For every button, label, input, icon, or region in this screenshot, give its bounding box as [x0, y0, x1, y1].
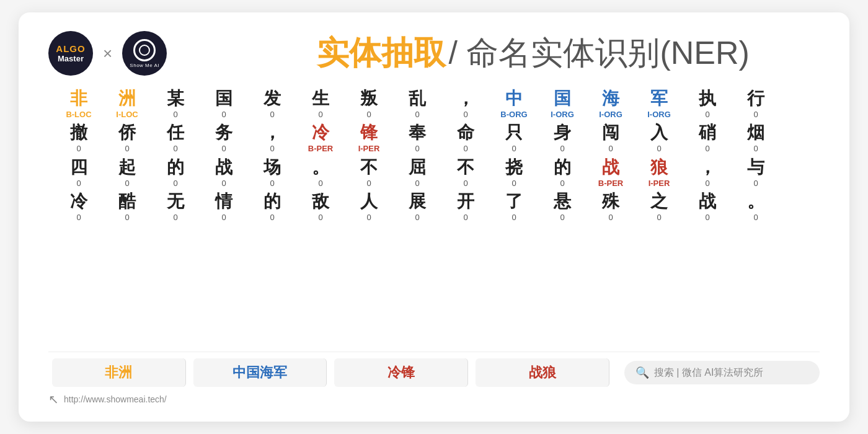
ner-cell-2-4: 场0: [248, 156, 296, 190]
ner-cell-1-8: 命0: [441, 121, 490, 155]
ner-cell-0-11: 海I-ORG: [587, 87, 635, 121]
ner-cell-0-1: 洲I-LOC: [103, 87, 151, 121]
ner-label: 0: [753, 179, 758, 189]
title-divider: /: [449, 35, 467, 71]
ner-cell-3-8: 开0: [441, 190, 490, 224]
ner-label: 0: [173, 144, 177, 154]
ner-cell-3-7: 展0: [393, 190, 441, 224]
ner-char: 生: [312, 88, 329, 109]
ner-label: 0: [463, 144, 467, 154]
ner-cell-1-11: 闯0: [587, 121, 635, 155]
showme-logo: Show Me AI: [122, 31, 167, 76]
title-gray: 命名实体识别(NER): [466, 35, 749, 71]
algo-bottom-text: Master: [58, 54, 84, 63]
ner-label: 0: [125, 144, 129, 154]
ner-cell-1-0: 撤0: [55, 121, 103, 155]
ner-label: 0: [463, 213, 467, 223]
ner-label: 0: [76, 144, 81, 154]
search-box[interactable]: 🔍 搜索 | 微信 AI算法研究所: [624, 361, 820, 384]
ner-label: I-ORG: [599, 110, 622, 120]
ner-char: 敌: [312, 191, 329, 212]
ner-label: 0: [270, 213, 274, 223]
ner-char: 国: [554, 88, 571, 109]
ner-label: 0: [125, 213, 129, 223]
ner-cell-3-11: 殊0: [587, 190, 635, 224]
ner-row-0: 非B-LOC洲I-LOC某0国0发0生0叛0乱0，0中B-ORG国I-ORG海I…: [55, 87, 813, 121]
ner-cell-1-9: 只0: [490, 121, 538, 155]
ner-cell-1-7: 奉0: [393, 121, 441, 155]
ner-label: 0: [657, 144, 661, 154]
ner-char: 展: [409, 191, 426, 212]
ner-char: 侨: [118, 122, 136, 143]
ner-char: 起: [118, 157, 136, 178]
ner-cell-3-13: 战0: [683, 190, 732, 224]
ner-char: 只: [505, 122, 523, 143]
ner-label: B-PER: [308, 144, 333, 154]
ner-char: ，: [699, 157, 716, 178]
ner-cell-3-1: 酷0: [103, 190, 151, 224]
ner-char: 之: [650, 191, 668, 212]
ner-cell-0-7: 乱0: [393, 87, 441, 121]
ner-char: 某: [167, 88, 184, 109]
ner-char: 叛: [360, 88, 378, 109]
ner-label: 0: [705, 179, 709, 189]
ner-cell-1-13: 硝0: [683, 121, 732, 155]
ner-char: 屈: [409, 157, 426, 178]
ner-char: 冷: [70, 191, 87, 212]
ner-char: 酷: [118, 191, 136, 212]
footer: ↖ http://www.showmeai.tech/: [48, 392, 820, 407]
showme-text: Show Me AI: [130, 63, 159, 68]
ner-label: 0: [512, 179, 516, 189]
ner-label: 0: [753, 144, 758, 154]
ner-label: 0: [705, 110, 709, 120]
main-card: ALGO Master × Show Me AI 实体抽取 / 命名实体识别(N…: [19, 12, 849, 422]
ner-label: 0: [657, 213, 661, 223]
ner-char: 挠: [505, 157, 523, 178]
ner-cell-0-6: 叛0: [345, 87, 393, 121]
entity-tag-2: 冷锋: [334, 358, 468, 387]
ner-char: 的: [264, 191, 281, 212]
ner-cell-2-3: 战0: [200, 156, 248, 190]
ner-char: 锋: [360, 122, 378, 143]
ner-label: B-LOC: [66, 110, 91, 120]
ner-cell-1-3: 务0: [200, 121, 248, 155]
ner-cell-3-12: 之0: [635, 190, 683, 224]
ner-char: 行: [747, 88, 764, 109]
ner-cell-2-0: 四0: [55, 156, 103, 190]
ner-label: 0: [415, 213, 419, 223]
ner-cell-1-1: 侨0: [103, 121, 151, 155]
algo-master-logo: ALGO Master: [48, 31, 93, 76]
ner-char: 命: [457, 122, 474, 143]
ner-cell-0-8: ，0: [441, 87, 490, 121]
ner-label: I-LOC: [116, 110, 138, 120]
ner-label: 0: [415, 110, 419, 120]
title-orange: 实体抽取: [317, 35, 446, 71]
ner-char: 殊: [602, 191, 619, 212]
ner-char: 的: [167, 157, 184, 178]
ner-cell-1-2: 任0: [151, 121, 200, 155]
ner-char: 闯: [602, 122, 619, 143]
ner-char: 开: [457, 191, 474, 212]
ner-label: 0: [512, 144, 516, 154]
ner-char: 人: [360, 191, 378, 212]
x-divider: ×: [103, 44, 112, 63]
ner-char: 任: [167, 122, 184, 143]
ner-label: 0: [753, 213, 758, 223]
showme-icon: [133, 39, 156, 61]
ner-char: 不: [360, 157, 378, 178]
ner-cell-2-9: 挠0: [490, 156, 538, 190]
ner-char: 国: [215, 88, 232, 109]
ner-cell-2-2: 的0: [151, 156, 200, 190]
ner-cell-0-14: 行0: [732, 87, 780, 121]
ner-label: 0: [221, 213, 226, 223]
ner-char: 无: [167, 191, 184, 212]
ner-char: 。: [747, 191, 764, 212]
search-icon: 🔍: [636, 366, 649, 379]
ner-char: 发: [264, 88, 281, 109]
ner-cell-2-6: 不0: [345, 156, 393, 190]
ner-label: 0: [560, 144, 564, 154]
ner-label: I-PER: [649, 179, 670, 189]
ner-char: 海: [602, 88, 619, 109]
ner-cell-3-14: 。0: [732, 190, 780, 224]
ner-label: B-PER: [598, 179, 623, 189]
